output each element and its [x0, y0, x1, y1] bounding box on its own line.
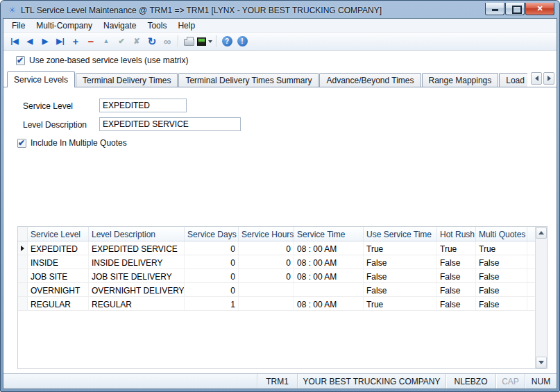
grid-cell[interactable]: False	[476, 283, 527, 296]
tab-terminal-delivery-times-summary[interactable]: Terminal Delivery Times Summary	[178, 73, 319, 87]
minimize-button[interactable]	[485, 3, 504, 15]
grid-cell[interactable]	[239, 297, 294, 310]
grid-cell[interactable]: 0	[185, 283, 239, 296]
grid-cell[interactable]: False	[476, 269, 527, 282]
app-window: ✳ LTL Service Level Maintenance @ TRM1 =…	[0, 0, 560, 392]
grid-cell[interactable]: OVERNIGHT DELIVERY	[89, 283, 185, 296]
move-up-button[interactable]: ▲	[99, 34, 114, 49]
menu-help[interactable]: Help	[172, 19, 201, 32]
grid-cell[interactable]	[239, 283, 294, 296]
maximize-button[interactable]	[505, 3, 525, 15]
info-button[interactable]: !	[235, 34, 250, 49]
grid-cell[interactable]: True	[364, 241, 437, 255]
column-header-hot-rush[interactable]: Hot Rush	[437, 227, 476, 241]
multiple-quotes-checkbox[interactable]	[17, 139, 26, 148]
column-header-multi-quotes[interactable]: Multi Quotes	[476, 227, 527, 241]
grid-cell[interactable]: False	[364, 269, 437, 282]
move-previous-button[interactable]: ◀	[22, 34, 37, 49]
grid-cell[interactable]: EXPEDITED	[28, 241, 89, 255]
link-button[interactable]: ∞	[160, 34, 175, 49]
tab-scroll-right-button[interactable]	[543, 72, 554, 85]
scroll-up-button[interactable]	[536, 227, 547, 239]
grid-cell[interactable]: REGULAR	[89, 297, 185, 310]
row-selector[interactable]	[18, 241, 28, 255]
grid-cell[interactable]: 08 : 00 AM	[294, 297, 364, 310]
grid-cell[interactable]: True	[476, 241, 527, 255]
grid-cell[interactable]: False	[476, 255, 527, 269]
grid-cell[interactable]: 0	[185, 269, 239, 282]
column-header-level-description[interactable]: Level Description	[89, 227, 185, 241]
zone-matrix-checkbox[interactable]	[16, 56, 25, 65]
grid-cell[interactable]: INSIDE	[28, 255, 89, 269]
menu-multi-company[interactable]: Multi-Company	[31, 19, 98, 32]
grid-cell[interactable]: OVERNIGHT	[28, 283, 89, 296]
title-bar[interactable]: ✳ LTL Service Level Maintenance @ TRM1 =…	[3, 1, 557, 18]
row-selector[interactable]	[18, 283, 28, 296]
row-selector[interactable]	[18, 269, 28, 282]
scroll-down-button[interactable]	[536, 357, 547, 368]
print-button[interactable]	[181, 34, 196, 49]
grid-cell[interactable]: 0	[185, 255, 239, 269]
tab-terminal-delivery-times[interactable]: Terminal Delivery Times	[76, 73, 178, 87]
level-description-input[interactable]	[99, 117, 241, 131]
tab-range-mappings[interactable]: Range Mappings	[422, 73, 499, 87]
help-button[interactable]: ?	[219, 34, 235, 49]
grid-cell[interactable]: INSIDE DELIVERY	[89, 255, 185, 269]
tab-service-levels[interactable]: Service Levels	[7, 71, 75, 87]
options-row: Use zone-based service levels (use matri…	[3, 51, 557, 70]
grid-cell[interactable]: 0	[239, 255, 294, 269]
grid-cell[interactable]: False	[437, 255, 476, 269]
grid-cell[interactable]: False	[364, 255, 437, 269]
grid-cell[interactable]: 08 : 00 AM	[294, 241, 364, 255]
column-header-filler	[527, 227, 535, 241]
grid-cell[interactable]: 08 : 00 AM	[294, 255, 364, 269]
grid-cell[interactable]	[294, 283, 364, 296]
column-header-service-days[interactable]: Service Days	[185, 227, 239, 241]
delete-record-button[interactable]: −	[83, 34, 99, 49]
tab-advance-beyond-times[interactable]: Advance/Beyond Times	[319, 73, 421, 87]
move-last-button[interactable]: ▶|	[53, 34, 68, 49]
row-selector[interactable]	[18, 255, 28, 269]
grid-cell[interactable]: 0	[239, 269, 294, 282]
grid-vertical-scrollbar[interactable]	[535, 227, 547, 368]
menu-tools[interactable]: Tools	[142, 19, 172, 32]
column-header-service-time[interactable]: Service Time	[294, 227, 364, 241]
grid-cell[interactable]: False	[364, 283, 437, 296]
column-header-use-service-time[interactable]: Use Service Time	[364, 227, 437, 241]
cancel-button[interactable]: ✘	[129, 34, 144, 49]
service-level-input[interactable]	[99, 99, 187, 112]
grid-cell[interactable]: True	[364, 297, 437, 310]
menu-navigate[interactable]: Navigate	[98, 19, 142, 32]
grid-cell[interactable]: JOB SITE DELIVERY	[89, 269, 185, 282]
move-first-button[interactable]: |◀	[7, 34, 22, 49]
grid-cell[interactable]: 1	[185, 297, 239, 310]
grid-cell[interactable]: EXPEDITED SERVICE	[89, 241, 185, 255]
add-record-button[interactable]: +	[68, 34, 83, 49]
toolbar-separator	[216, 35, 217, 47]
grid-cell[interactable]: 0	[185, 241, 239, 255]
refresh-button[interactable]: ↻	[144, 34, 160, 49]
tab-scroll-left-button[interactable]	[531, 72, 542, 85]
export-button[interactable]	[196, 34, 213, 49]
grid-cell[interactable]: False	[437, 297, 476, 310]
grid-cell[interactable]: False	[437, 283, 476, 296]
save-button[interactable]: ✔	[114, 34, 129, 49]
table-row[interactable]: EXPEDITEDEXPEDITED SERVICE0008 : 00 AMTr…	[18, 241, 535, 255]
row-selector[interactable]	[18, 297, 28, 310]
column-header-service-level[interactable]: Service Level	[28, 227, 89, 241]
grid-cell[interactable]: 0	[239, 241, 294, 255]
table-row[interactable]: REGULARREGULAR108 : 00 AMTrueFalseFalse	[18, 297, 535, 311]
grid-cell[interactable]: 08 : 00 AM	[294, 269, 364, 282]
menu-file[interactable]: File	[6, 19, 31, 32]
table-row[interactable]: INSIDEINSIDE DELIVERY0008 : 00 AMFalseFa…	[18, 255, 535, 269]
grid-cell[interactable]: False	[476, 297, 527, 310]
close-button[interactable]	[525, 3, 554, 15]
table-row[interactable]: OVERNIGHTOVERNIGHT DELIVERY0FalseFalseFa…	[18, 283, 535, 297]
table-row[interactable]: JOB SITEJOB SITE DELIVERY0008 : 00 AMFal…	[18, 269, 535, 283]
grid-cell[interactable]: JOB SITE	[28, 269, 89, 282]
move-next-button[interactable]: ▶	[37, 34, 53, 49]
grid-cell[interactable]: False	[437, 269, 476, 282]
grid-cell[interactable]: REGULAR	[28, 297, 89, 310]
column-header-service-hours[interactable]: Service Hours	[239, 227, 294, 241]
grid-cell[interactable]: True	[437, 241, 476, 255]
